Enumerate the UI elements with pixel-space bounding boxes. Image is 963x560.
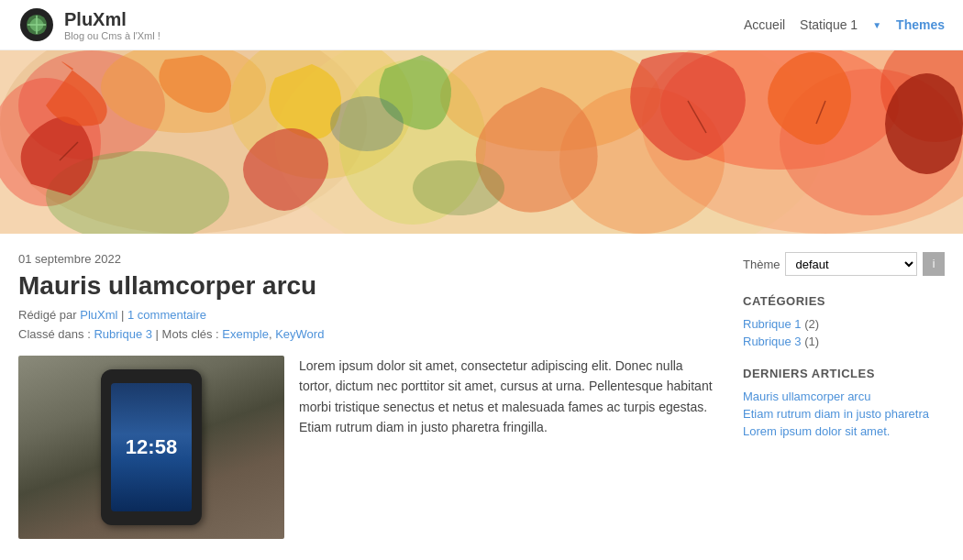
site-subtitle: Blog ou Cms à l'Xml ! xyxy=(64,30,160,41)
post-meta-sep: | xyxy=(121,308,127,322)
post-body: 12:58 Lorem ipsum dolor sit amet, consec… xyxy=(18,356,715,539)
banner-svg xyxy=(0,50,963,234)
article-link-3[interactable]: Lorem ipsum dolor sit amet. xyxy=(743,424,945,438)
svg-point-19 xyxy=(413,160,504,215)
category-link-rubrique1[interactable]: Rubrique 1 (2) xyxy=(743,317,945,331)
post-author-link[interactable]: PluXml xyxy=(80,308,117,322)
sidebar: Thème defaut i CATÉGORIES Rubrique 1 (2)… xyxy=(743,252,945,539)
site-banner xyxy=(0,50,963,234)
post-meta-prefix: Rédigé par xyxy=(18,308,80,322)
phone-background: 12:58 xyxy=(18,356,284,539)
article-link-1[interactable]: Mauris ullamcorper arcu xyxy=(743,390,945,403)
post-tags-prefix: | Mots clés : xyxy=(156,327,223,341)
sidebar-categories: CATÉGORIES Rubrique 1 (2) Rubrique 3 (1) xyxy=(743,294,945,348)
logo-area: PluXml Blog ou Cms à l'Xml ! xyxy=(18,6,160,43)
post-title: Mauris ullamcorper arcu xyxy=(18,271,715,301)
post-comment-link[interactable]: 1 commentaire xyxy=(127,308,206,322)
post-class-prefix: Classé dans : xyxy=(18,327,94,341)
theme-selector: Thème defaut i xyxy=(743,252,945,276)
logo-text: PluXml Blog ou Cms à l'Xml ! xyxy=(64,8,160,41)
post-date: 01 septembre 2022 xyxy=(18,252,715,266)
categories-heading: CATÉGORIES xyxy=(743,294,945,308)
category-link-rubrique3[interactable]: Rubrique 3 (1) xyxy=(743,335,945,348)
post-tags: Classé dans : Rubrique 3 | Mots clés : E… xyxy=(18,327,715,341)
post-tag1-link[interactable]: Exemple xyxy=(222,327,269,341)
post-body-text: Lorem ipsum dolor sit amet, consectetur … xyxy=(299,356,715,539)
theme-label: Thème xyxy=(743,258,780,271)
nav-accueil[interactable]: Accueil xyxy=(744,17,785,32)
post-tag2-link[interactable]: KeyWord xyxy=(275,327,324,341)
post-meta: Rédigé par PluXml | 1 commentaire xyxy=(18,308,715,322)
article-link-2[interactable]: Etiam rutrum diam in justo pharetra xyxy=(743,407,945,421)
post-category-link[interactable]: Rubrique 3 xyxy=(94,327,152,341)
nav-statique1[interactable]: Statique 1 xyxy=(800,17,858,32)
post-image: 12:58 xyxy=(18,356,284,539)
theme-apply-button[interactable]: i xyxy=(923,252,945,276)
main-nav: Accueil Statique 1 ▼ Themes xyxy=(744,17,945,32)
phone-screen: 12:58 xyxy=(111,383,192,511)
sidebar-recent-articles: DERNIERS ARTICLES Mauris ullamcorper arc… xyxy=(743,367,945,438)
svg-point-18 xyxy=(330,96,404,151)
post-content: 01 septembre 2022 Mauris ullamcorper arc… xyxy=(18,252,743,539)
phone-device: 12:58 xyxy=(101,369,202,525)
theme-select[interactable]: defaut xyxy=(785,252,917,276)
nav-themes[interactable]: Themes xyxy=(896,17,945,32)
phone-time: 12:58 xyxy=(126,435,177,459)
articles-heading: DERNIERS ARTICLES xyxy=(743,367,945,380)
main-content: 01 septembre 2022 Mauris ullamcorper arc… xyxy=(0,234,963,539)
dropdown-arrow-icon: ▼ xyxy=(872,20,881,30)
site-title: PluXml xyxy=(64,8,160,30)
site-header: PluXml Blog ou Cms à l'Xml ! Accueil Sta… xyxy=(0,0,963,50)
logo-icon xyxy=(18,6,55,43)
